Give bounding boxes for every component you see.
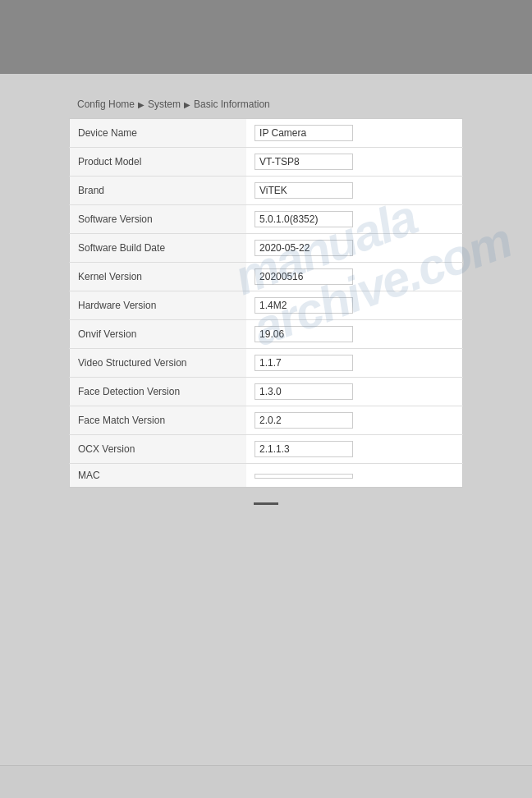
row-value: 1.1.7 [246, 349, 462, 378]
value-box: 1.3.0 [255, 383, 353, 400]
bottom-line [254, 502, 278, 505]
row-value: 1.4M2 [246, 291, 462, 320]
row-label: Hardware Version [70, 291, 247, 320]
value-box: 5.0.1.0(8352) [255, 211, 353, 227]
table-row: Software Version5.0.1.0(8352) [70, 205, 463, 234]
row-label: Kernel Version [70, 263, 247, 291]
table-row: Software Build Date2020-05-22 [70, 234, 463, 263]
row-label: Brand [70, 177, 247, 205]
table-row: Kernel Version20200516 [70, 263, 463, 291]
row-value: 19.06 [246, 320, 462, 349]
row-value: 1.3.0 [246, 378, 462, 406]
table-row: Face Detection Version1.3.0 [70, 378, 463, 406]
row-label: Software Build Date [70, 234, 247, 263]
value-box: IP Camera [255, 125, 353, 141]
top-bar [0, 0, 532, 74]
value-box: 1.1.7 [255, 355, 353, 371]
row-value: 2.0.2 [246, 406, 462, 435]
row-value [246, 464, 462, 488]
value-box [255, 474, 353, 479]
row-label: Device Name [70, 119, 247, 148]
value-box: 2.1.1.3 [255, 441, 353, 457]
info-table: Device NameIP CameraProduct ModelVT-TSP8… [69, 118, 463, 488]
breadcrumb: Config Home ▶ System ▶ Basic Information [69, 99, 463, 110]
value-box: ViTEK [255, 182, 353, 199]
row-label: Software Version [70, 205, 247, 234]
breadcrumb-basic-info: Basic Information [194, 99, 270, 110]
value-box: 1.4M2 [255, 297, 353, 314]
breadcrumb-arrow-1: ▶ [138, 100, 144, 109]
row-label: Product Model [70, 148, 247, 177]
row-label: OCX Version [70, 435, 247, 464]
row-label: Video Structured Version [70, 349, 247, 378]
row-value: VT-TSP8 [246, 148, 462, 177]
row-label: MAC [70, 464, 247, 488]
table-row: Device NameIP Camera [70, 119, 463, 148]
table-row: Onvif Version19.06 [70, 320, 463, 349]
table-row: MAC [70, 464, 463, 488]
row-value: IP Camera [246, 119, 462, 148]
breadcrumb-system[interactable]: System [148, 99, 181, 110]
row-value: ViTEK [246, 177, 462, 205]
breadcrumb-arrow-2: ▶ [184, 100, 190, 109]
value-box: 19.06 [255, 326, 353, 342]
row-value: 20200516 [246, 263, 462, 291]
main-content: Config Home ▶ System ▶ Basic Information… [0, 74, 532, 521]
bottom-bar [0, 765, 532, 798]
table-row: OCX Version2.1.1.3 [70, 435, 463, 464]
row-value: 2020-05-22 [246, 234, 462, 263]
table-row: Product ModelVT-TSP8 [70, 148, 463, 177]
table-row: Video Structured Version1.1.7 [70, 349, 463, 378]
value-box: 2020-05-22 [255, 240, 353, 256]
row-label: Onvif Version [70, 320, 247, 349]
table-row: Face Match Version2.0.2 [70, 406, 463, 435]
table-row: BrandViTEK [70, 177, 463, 205]
table-row: Hardware Version1.4M2 [70, 291, 463, 320]
row-label: Face Match Version [70, 406, 247, 435]
row-value: 2.1.1.3 [246, 435, 462, 464]
value-box: 20200516 [255, 268, 353, 285]
value-box: 2.0.2 [255, 412, 353, 429]
row-value: 5.0.1.0(8352) [246, 205, 462, 234]
row-label: Face Detection Version [70, 378, 247, 406]
value-box: VT-TSP8 [255, 154, 353, 170]
content-area: Config Home ▶ System ▶ Basic Information… [69, 90, 463, 505]
breadcrumb-config-home[interactable]: Config Home [77, 99, 135, 110]
